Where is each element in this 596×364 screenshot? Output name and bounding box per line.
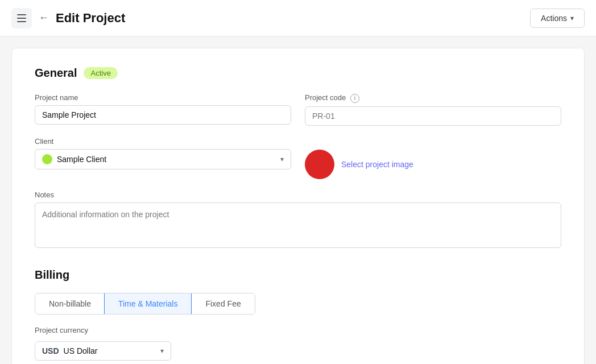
notes-group: Notes [35,191,561,248]
notes-label: Notes [35,191,561,199]
currency-select-inner: USD US Dollar [42,346,97,355]
project-currency-group: Project currency USD US Dollar ▾ [35,326,561,361]
project-name-label: Project name [35,93,291,102]
project-image-circle[interactable] [305,150,334,179]
select-project-image-link[interactable]: Select project image [341,160,413,169]
client-label: Client [35,137,291,146]
notes-textarea[interactable] [35,202,561,248]
client-group: Client Sample Client ▾ [35,137,291,179]
client-select-chevron-icon: ▾ [280,155,284,163]
billing-section: Billing Non-billable Time & Materials Fi… [35,268,561,361]
currency-select[interactable]: USD US Dollar ▾ [35,341,171,361]
project-code-group: Project code i [305,93,561,126]
project-code-info-icon: i [350,94,359,103]
hamburger-button[interactable] [11,8,32,28]
general-section-header: General Active [35,67,561,80]
actions-label: Actions [541,14,567,23]
tab-time-materials[interactable]: Time & Materials [104,293,192,315]
tab-fixed-fee[interactable]: Fixed Fee [191,293,254,314]
project-image-section: Select project image [305,150,561,179]
billing-section-title: Billing [35,268,561,282]
actions-button[interactable]: Actions ▾ [530,9,585,28]
currency-name: US Dollar [64,346,98,355]
client-name: Sample Client [57,155,106,164]
currency-code: USD [42,346,59,355]
back-arrow-icon: ← [39,12,49,24]
client-select[interactable]: Sample Client ▾ [35,149,291,169]
tab-non-billable[interactable]: Non-billable [35,293,105,314]
billing-tabs: Non-billable Time & Materials Fixed Fee [35,293,255,315]
client-select-inner: Sample Client [42,154,106,164]
main-content: General Active Project name Project code… [0,36,596,364]
project-code-label: Project code i [305,93,561,103]
client-color-dot [42,154,52,164]
status-badge: Active [84,67,117,79]
top-bar: ← Edit Project Actions ▾ [0,0,596,36]
name-code-row: Project name Project code i [35,93,561,126]
client-image-row: Client Sample Client ▾ Select project im… [35,137,561,179]
general-section-title: General [35,67,77,80]
back-button[interactable]: ← [39,12,49,24]
chevron-down-icon: ▾ [570,14,574,22]
project-currency-label: Project currency [35,326,561,334]
project-name-group: Project name [35,93,291,126]
top-bar-left: ← Edit Project [11,8,125,28]
currency-select-chevron-icon: ▾ [160,347,164,355]
project-name-input[interactable] [35,105,291,125]
page-title: Edit Project [56,11,125,26]
project-code-input[interactable] [305,106,561,126]
project-image-group: Select project image [305,137,561,179]
edit-project-card: General Active Project name Project code… [11,48,585,364]
